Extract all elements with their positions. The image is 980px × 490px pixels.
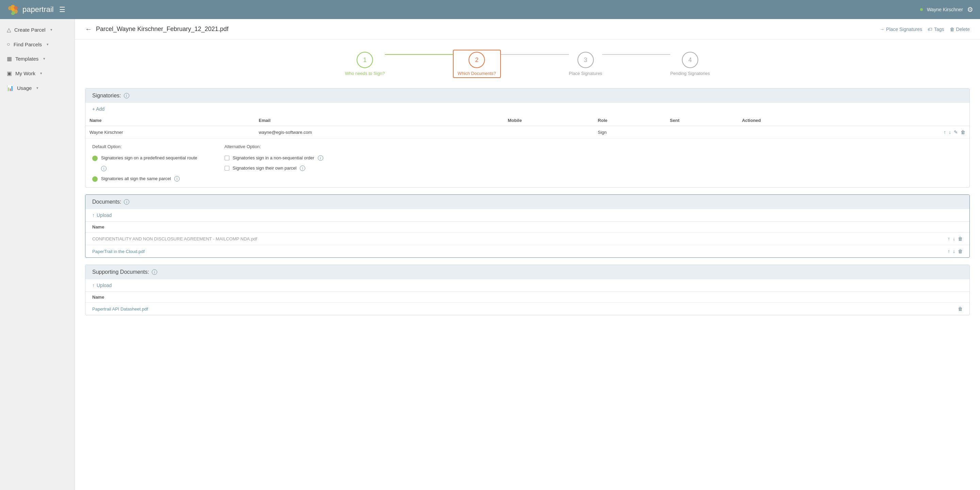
col-actioned: Actioned [738,115,848,126]
signatories-title: Signatories: [92,93,121,99]
supporting-upload-button[interactable]: ↑ Upload [86,279,118,292]
step-1-circle: 1 [356,52,373,68]
green-dot-icon [92,156,98,161]
caret-icon: ▾ [50,27,52,32]
same-parcel-info-icon[interactable]: i [174,176,180,182]
sidebar: △ Create Parcel ▾ ○ Find Parcels ▾ ▦ Tem… [0,19,75,490]
col-sent: Sent [666,115,738,126]
documents-info-icon[interactable]: i [124,199,129,205]
logo: papertrail [7,3,54,16]
caret-icon: ▾ [37,86,38,90]
delete-action[interactable]: 🗑 Delete [950,27,970,32]
step-3[interactable]: 3 Place Signatures [569,52,602,76]
non-sequential-checkbox[interactable] [224,156,229,160]
option-own-parcel: Signatories sign their own parcel i [224,166,323,171]
supporting-documents-name-col: Name [86,292,969,302]
documents-upload-button[interactable]: ↑ Upload [86,209,118,221]
doc-move-up-button-2[interactable]: ↑ [948,249,950,254]
signatories-info-icon[interactable]: i [124,93,129,98]
signatories-table: Name Email Mobile Role Sent Actioned Way… [86,115,969,139]
signatory-mobile [504,126,594,139]
signatory-email: wayne@egis-software.com [255,126,504,139]
col-mobile: Mobile [504,115,594,126]
step-3-circle: 3 [578,52,594,68]
supporting-documents-title: Supporting Documents: [92,269,149,275]
connector-1-2 [385,59,453,69]
upload-icon: ↑ [92,212,95,218]
non-sequential-info-icon[interactable]: i [318,155,323,161]
caret-icon: ▾ [40,71,42,76]
own-parcel-info-icon[interactable]: i [300,166,305,171]
delete-label: Delete [956,27,970,32]
document-name-2[interactable]: PaperTrail in the Cloud.pdf [92,249,145,254]
doc-delete-button-1[interactable]: 🗑 [958,236,963,241]
caret-icon: ▾ [43,56,45,61]
default-option-title: Default Option: [92,144,197,149]
document-row-1: CONFIDENTIALITY AND NON DISCLOSURE AGREE… [86,232,969,245]
own-parcel-checkbox[interactable] [224,166,229,171]
documents-header: Documents: i [86,195,969,209]
app-layout: △ Create Parcel ▾ ○ Find Parcels ▾ ▦ Tem… [0,19,980,490]
documents-section: Documents: i ↑ Upload Name CONFIDENTIALI… [85,195,970,258]
find-parcels-icon: ○ [7,41,10,47]
sequential-info-icon[interactable]: i [101,166,107,171]
move-up-button[interactable]: ↑ [943,129,946,135]
tags-action[interactable]: 🏷 Tags [928,27,944,32]
move-down-button[interactable]: ↓ [949,129,951,135]
supporting-document-name-1[interactable]: Papertrail API Datasheet.pdf [92,306,148,311]
tags-icon: 🏷 [928,27,932,32]
supporting-documents-section: Supporting Documents: i ↑ Upload Name Pa… [85,265,970,315]
content-area: Signatories: i + Add Name Email Mobile R… [75,88,980,332]
tags-label: Tags [934,27,944,32]
svg-point-6 [11,8,14,11]
step-1-label: Who needs to Sign? [345,71,385,76]
step-2[interactable]: 2 Which Documents? [453,50,501,78]
header: papertrail ☰ Wayne Kirschner ⚙ [0,0,980,19]
document-name-1[interactable]: CONFIDENTIALITY AND NON DISCLOSURE AGREE… [92,236,257,241]
doc-move-up-button-1[interactable]: ↑ [948,236,950,241]
step-2-circle: 2 [469,52,485,68]
sidebar-item-create-parcel[interactable]: △ Create Parcel ▾ [0,22,75,37]
sidebar-item-usage[interactable]: 📊 Usage ▾ [0,81,75,95]
sidebar-item-my-work[interactable]: ▣ My Work ▾ [0,66,75,81]
doc-move-down-button-2[interactable]: ↓ [953,249,955,254]
step-2-label: Which Documents? [458,71,496,76]
col-actions [848,115,969,126]
place-signatures-action[interactable]: → Place Signatures [880,27,922,32]
signatory-role: Sign [594,126,666,139]
edit-button[interactable]: ✎ [954,129,958,135]
supporting-documents-info-icon[interactable]: i [152,269,157,275]
topbar-left: ← Parcel_Wayne Kirschner_February_12_202… [85,25,229,33]
signatory-actioned [738,126,848,139]
doc-move-down-button-1[interactable]: ↓ [953,236,955,241]
supporting-documents-header: Supporting Documents: i [86,265,969,279]
logo-icon [7,3,19,16]
header-left: papertrail ☰ [7,3,65,16]
progress-steps: 1 Who needs to Sign? 2 Which Documents? [75,40,980,88]
back-button[interactable]: ← [85,25,92,33]
settings-icon[interactable]: ⚙ [967,5,973,14]
step-1[interactable]: 1 Who needs to Sign? [345,52,385,76]
documents-name-col: Name [86,221,969,232]
option-non-sequential-label: Signatories sign in a non-sequential ord… [233,155,314,160]
table-row: Wayne Kirschner wayne@egis-software.com … [86,126,969,139]
step-4[interactable]: 4 Pending Signatories [670,52,710,76]
sidebar-item-label-templates: Templates [15,56,38,62]
hamburger-menu[interactable]: ☰ [59,5,65,14]
sidebar-item-templates[interactable]: ▦ Templates ▾ [0,51,75,66]
doc-delete-button-2[interactable]: 🗑 [958,249,963,254]
connector-line-2 [501,54,569,55]
user-status-dot [920,8,923,11]
add-signatory-button[interactable]: + Add [86,103,111,115]
document-row-2: PaperTrail in the Cloud.pdf ↑ ↓ 🗑 [86,245,969,257]
option-non-sequential: Signatories sign in a non-sequential ord… [224,155,323,161]
delete-row-button[interactable]: 🗑 [961,129,966,135]
sidebar-item-find-parcels[interactable]: ○ Find Parcels ▾ [0,37,75,51]
my-work-icon: ▣ [7,70,12,77]
options-area: Default Option: Signatories sign on a pr… [86,139,969,187]
option-sequential: Signatories sign on a predefined sequent… [92,155,197,161]
upload-label: Upload [97,212,111,218]
supporting-doc-delete-button-1[interactable]: 🗑 [958,306,963,311]
connector-line-1 [385,54,453,55]
connector-3-4 [602,59,670,69]
